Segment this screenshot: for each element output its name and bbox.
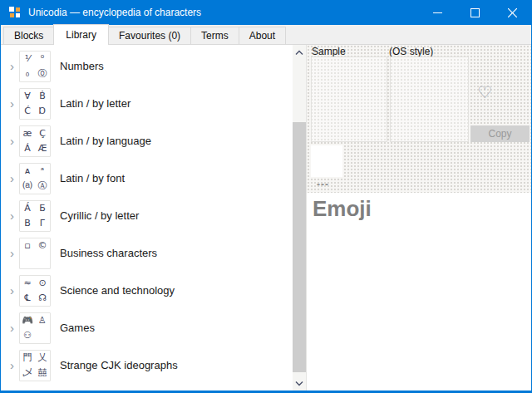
chevron-right-icon[interactable]: › (5, 97, 19, 110)
category-label: Games (60, 322, 95, 334)
library-category-row[interactable]: › æÇÁÆ Latin / by language (1, 122, 293, 160)
category-icon-tile: А́БВГ (19, 200, 51, 232)
library-category-row[interactable]: › ᴀᵃ⒜Ⓐ Latin / by font (1, 160, 293, 197)
category-label: Latin / by language (60, 135, 151, 147)
tile-glyph: Ḃ (35, 89, 50, 104)
category-icon-tile: ᴀᵃ⒜Ⓐ (19, 163, 51, 194)
category-icon-tile: ⱯḂĆⱰ (19, 88, 51, 120)
category-label: Cyrillic / by letter (60, 209, 139, 222)
chevron-right-icon[interactable]: › (5, 284, 19, 297)
chevron-right-icon[interactable]: › (5, 209, 19, 222)
tile-glyph: ⊙ (35, 276, 50, 291)
tile-glyph: ℄ (20, 291, 35, 306)
description-area: Emoji (307, 193, 531, 391)
tile-glyph: 乄 (20, 366, 35, 381)
tile-glyph: ⚇ (20, 328, 35, 343)
library-category-row[interactable]: › ▫© Business characters (1, 234, 293, 272)
library-category-row[interactable]: › ⅟⁰₀⓪ Numbers (1, 47, 293, 85)
library-category-row[interactable]: › А́БВГ Cyrillic / by letter (1, 197, 293, 234)
library-category-row[interactable]: › ⱯḂĆⱰ Latin / by letter (1, 85, 293, 122)
titlebar: Unicodia — encyclopedia of characters (1, 0, 531, 25)
category-icon-tile: ▫© (19, 238, 51, 269)
tile-glyph: Ć (20, 104, 35, 119)
scroll-down-icon[interactable] (293, 376, 306, 390)
chevron-right-icon[interactable]: › (5, 359, 19, 371)
minimize-button[interactable] (419, 0, 456, 25)
category-label: Strange CJK ideographs (60, 359, 178, 371)
tab-terms[interactable]: Terms (190, 27, 239, 44)
tile-glyph: ᴀ (20, 164, 35, 179)
app-window: Unicodia — encyclopedia of characters Bl… (0, 0, 532, 393)
tile-glyph: ⁰ (35, 52, 50, 66)
library-category-row[interactable]: › ≈⊙℄☊ Science and technology (1, 272, 293, 309)
tab-favourites-0[interactable]: Favourites (0) (108, 27, 191, 44)
category-icon-tile: æÇÁÆ (19, 125, 51, 157)
tile-glyph: 門 (20, 351, 35, 366)
tile-glyph (35, 328, 50, 343)
tile-glyph: æ (20, 126, 35, 141)
category-label: Science and technology (60, 284, 175, 297)
category-label: Business characters (60, 247, 157, 259)
library-tree: › ⅟⁰₀⓪ Numbers › ⱯḂĆⱰ Latin / by letter … (1, 45, 293, 391)
scroll-up-icon[interactable] (293, 46, 306, 59)
tile-glyph: В (20, 216, 35, 231)
sample-preview-box (311, 56, 387, 142)
tile-glyph: ♙ (35, 313, 50, 328)
chevron-right-icon[interactable]: › (5, 247, 19, 259)
tile-glyph: Ɐ (20, 89, 35, 104)
category-label: Latin / by letter (60, 97, 131, 110)
tile-glyph: ᵃ (35, 164, 50, 179)
tile-glyph (35, 253, 50, 268)
window-controls (419, 0, 531, 25)
tile-glyph: Æ (35, 141, 50, 156)
category-icon-tile: ⅟⁰₀⓪ (19, 51, 51, 82)
copy-button[interactable]: Copy (470, 125, 530, 142)
tile-glyph: © (35, 238, 50, 253)
os-style-label: (OS style) (389, 46, 433, 57)
category-icon-tile: 🎮♙⚇ (19, 312, 51, 344)
sample-label: Sample (312, 46, 346, 57)
tile-glyph: ₀ (20, 66, 35, 81)
detail-panel: Sample (OS style) ♡ Copy --- Emoji (306, 45, 531, 391)
placeholder-dashes: --- (317, 179, 329, 190)
chevron-right-icon[interactable]: › (5, 60, 19, 72)
category-icon-tile: ≈⊙℄☊ (19, 275, 51, 307)
close-button[interactable] (494, 0, 531, 25)
tile-glyph: ⓪ (35, 66, 50, 81)
maximize-button[interactable] (456, 0, 494, 25)
category-icon-tile: 門乂乄囍 (19, 350, 51, 381)
tile-glyph: ≈ (20, 276, 35, 291)
library-category-row[interactable]: › 門乂乄囍 Strange CJK ideographs (1, 346, 293, 384)
chevron-right-icon[interactable]: › (5, 135, 19, 147)
chevron-right-icon[interactable]: › (5, 172, 19, 184)
os-style-preview-box (390, 56, 469, 142)
app-logo-icon (8, 6, 22, 19)
section-title: Emoji (313, 196, 372, 222)
tile-glyph: 🎮 (20, 313, 35, 328)
tile-glyph (20, 253, 35, 268)
tab-library[interactable]: Library (53, 24, 109, 45)
tab-bar: BlocksLibraryFavourites (0)TermsAbout (1, 25, 531, 45)
tab-blocks[interactable]: Blocks (3, 27, 54, 44)
tile-glyph: ⅟ (20, 52, 35, 66)
tile-glyph: Á (20, 141, 35, 156)
tile-glyph: Б (35, 201, 50, 216)
tile-glyph: Ⓐ (35, 179, 50, 194)
tab-about[interactable]: About (239, 27, 286, 44)
tile-glyph: 囍 (35, 366, 50, 381)
category-label: Numbers (60, 60, 104, 72)
tree-scrollbar[interactable] (293, 45, 306, 391)
tile-glyph: ▫ (20, 238, 35, 253)
favourite-heart-icon[interactable]: ♡ (474, 84, 495, 101)
scrollbar-thumb[interactable] (293, 122, 306, 372)
character-thumbnail-box (311, 145, 342, 177)
chevron-right-icon[interactable]: › (5, 322, 19, 334)
preview-area: Sample (OS style) ♡ Copy --- (307, 45, 531, 193)
library-category-row[interactable]: › 🎮♙⚇ Games (1, 309, 293, 346)
tile-glyph: 乂 (35, 351, 50, 366)
category-label: Latin / by font (60, 172, 125, 184)
tile-glyph: А́ (20, 201, 35, 216)
tile-glyph: Ç (35, 126, 50, 141)
tile-glyph: ⒜ (20, 179, 35, 194)
tile-glyph: Г (35, 216, 50, 231)
